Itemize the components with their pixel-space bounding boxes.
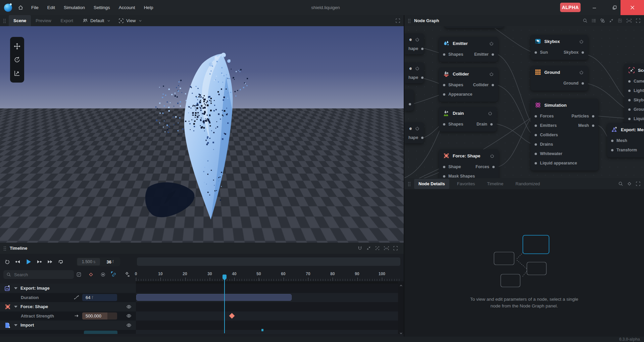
key-follow-toggle[interactable] — [123, 270, 132, 279]
node-partial-shape[interactable]: e hape — [404, 62, 424, 83]
menu-simulation[interactable]: Simulation — [59, 0, 89, 15]
keyframe-tick[interactable] — [261, 329, 263, 331]
output-port[interactable]: Ground — [563, 81, 584, 86]
input-port[interactable]: Forces — [535, 114, 554, 118]
power-icon[interactable] — [489, 41, 494, 46]
power-icon[interactable] — [579, 70, 584, 75]
linear-interpolation-icon[interactable] — [74, 313, 79, 319]
input-port[interactable]: Mesh — [611, 138, 627, 143]
node-drain[interactable]: Drain Shapes Drain — [439, 107, 497, 132]
input-port[interactable]: Shapes — [443, 83, 463, 87]
node-emitter[interactable]: Emitter Shapes Emitter — [439, 37, 498, 62]
fit-view-icon[interactable] — [375, 246, 380, 251]
minimize-button[interactable] — [588, 0, 600, 15]
node-scene[interactable]: Scene Camera Lights Skybox Ground Liquid — [624, 64, 644, 126]
input-port[interactable]: Transform — [611, 148, 637, 152]
node-ground[interactable]: Ground Ground — [531, 66, 588, 91]
duration-value-field[interactable]: 64 f — [82, 294, 117, 301]
tab-randomized[interactable]: Randomized — [511, 179, 544, 189]
search-icon[interactable] — [618, 181, 623, 186]
tab-export[interactable]: Export — [56, 15, 78, 26]
input-port[interactable]: Ground — [628, 107, 644, 112]
input-port[interactable]: Shapes — [443, 52, 463, 57]
track-row-duration[interactable]: Duration 64 f — [0, 293, 136, 302]
attract-strength-value-field[interactable]: 500.000 — [82, 312, 117, 320]
scene-viewport[interactable]: Z X Y — [0, 26, 404, 243]
node-force-shape[interactable]: Force: Shape Shape Forces Mask Shapes — [439, 149, 499, 178]
partial-value-field[interactable] — [84, 331, 117, 334]
loop-toggle-button[interactable] — [56, 257, 65, 266]
input-port[interactable]: Shape — [443, 164, 461, 169]
power-icon[interactable] — [579, 39, 584, 44]
menu-edit[interactable]: Edit — [43, 0, 59, 15]
input-port[interactable]: Colliders — [535, 133, 558, 137]
fullscreen-icon[interactable] — [393, 246, 398, 251]
node-partial-shape[interactable] — [404, 90, 414, 111]
output-port[interactable]: Collider — [473, 83, 494, 87]
panel-drag-handle[interactable] — [408, 18, 411, 23]
workspace-dropdown[interactable]: Default — [83, 18, 111, 23]
visibility-eye-icon[interactable] — [126, 313, 132, 319]
fullscreen-icon[interactable] — [636, 181, 641, 186]
input-port[interactable]: Skybox — [628, 98, 644, 102]
node-graph-canvas[interactable]: e hape e hape e hape Emitter — [404, 26, 644, 178]
output-port[interactable]: Particles — [572, 114, 594, 118]
frame-field[interactable]: 36 f — [100, 259, 120, 264]
curve-interpolation-icon[interactable] — [74, 295, 79, 300]
input-port[interactable]: Shapes — [443, 122, 463, 127]
input-port[interactable]: Emitters — [535, 123, 557, 128]
menu-account[interactable]: Account — [114, 0, 140, 15]
tab-favorites[interactable]: Favorites — [453, 179, 479, 189]
collapse-icon[interactable] — [366, 246, 371, 251]
power-icon[interactable] — [490, 153, 495, 158]
axis-gizmo[interactable]: Z X Y — [2, 204, 36, 243]
node-collider[interactable]: Collider Shapes Collider Appearance — [439, 67, 498, 102]
node-simulation[interactable]: Simulation Forces Particles Emitters Mes… — [531, 99, 598, 170]
collapse-triangle[interactable] — [14, 306, 17, 308]
power-icon[interactable] — [489, 71, 494, 77]
viewport-fullscreen-icon[interactable] — [393, 16, 402, 25]
tab-node-details[interactable]: Node Details — [414, 179, 449, 189]
layout-nodes-icon[interactable] — [600, 18, 605, 23]
scroll-up-icon[interactable] — [399, 283, 403, 288]
rotate-tool-button[interactable] — [13, 56, 21, 64]
view-dropdown[interactable]: View — [118, 18, 143, 23]
list-icon[interactable] — [591, 18, 596, 23]
power-icon[interactable] — [488, 111, 493, 116]
snap-magnet-icon[interactable] — [357, 246, 362, 251]
node-partial-shape[interactable]: e hape — [404, 34, 424, 54]
scroll-down-icon[interactable] — [399, 331, 403, 336]
tab-timeline[interactable]: Timeline — [483, 179, 508, 189]
play-button[interactable] — [24, 257, 33, 266]
menu-settings[interactable]: Settings — [89, 0, 114, 15]
output-port[interactable]: Emitter — [474, 52, 494, 57]
restart-button[interactable] — [3, 257, 11, 266]
output-port[interactable]: Drain — [477, 122, 493, 127]
search-input[interactable] — [13, 272, 67, 278]
track-row-force-shape[interactable]: Force: Shape — [0, 302, 136, 311]
power-icon[interactable] — [415, 66, 420, 71]
panel-drag-handle[interactable] — [408, 182, 411, 186]
next-keyframe-button[interactable] — [35, 257, 44, 266]
add-keyframe-button[interactable] — [87, 270, 95, 279]
tab-preview[interactable]: Preview — [31, 15, 56, 26]
home-button[interactable] — [16, 3, 25, 12]
track-scrollbar[interactable] — [398, 281, 404, 334]
panel-drag-handle[interactable] — [3, 18, 6, 23]
node-partial-shape[interactable]: e hape — [404, 123, 424, 143]
input-port[interactable]: Lights — [628, 88, 644, 93]
visibility-eye-icon[interactable] — [126, 323, 132, 328]
input-port[interactable]: Whitewater — [535, 151, 562, 156]
output-port[interactable]: Mesh — [578, 123, 594, 128]
tab-scene[interactable]: Scene — [9, 15, 31, 26]
node-export-mesh[interactable]: Export: Mesh Mesh Transform — [607, 123, 644, 157]
input-port[interactable]: Camera — [628, 79, 644, 84]
track-row-import[interactable]: Import — [0, 321, 136, 330]
track-row-attract-strength[interactable]: Attract Strength 500.000 — [0, 311, 136, 321]
timeline-search-box[interactable] — [3, 270, 74, 279]
zoom-100-icon[interactable] — [384, 246, 389, 251]
auto-key-link-toggle[interactable] — [111, 270, 119, 279]
menu-file[interactable]: File — [27, 0, 43, 15]
frame-selection-icon[interactable] — [617, 18, 623, 23]
pane-divider[interactable] — [404, 15, 404, 337]
